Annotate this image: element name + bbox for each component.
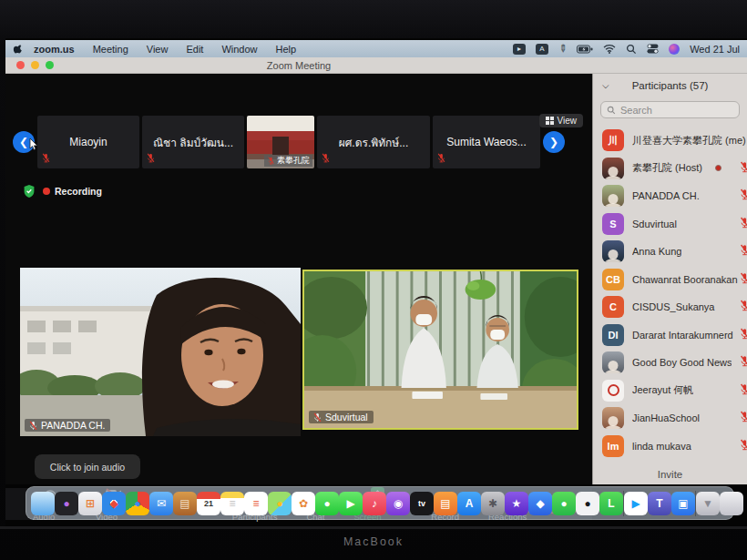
dock-icon-music[interactable]: ♪ [363, 492, 386, 515]
filmstrip-tile[interactable]: ณิชา ลิมป์วัฒน... [142, 116, 244, 168]
input-source-icon[interactable]: A [536, 44, 548, 55]
screen-record-icon[interactable]: ▸ [513, 44, 526, 55]
avatar [602, 351, 624, 373]
photo-avatar-figure [609, 361, 619, 371]
dock-icon-teams[interactable]: T [648, 492, 671, 515]
participant-row[interactable]: CCISDUS_Sukanya [593, 293, 747, 321]
dock-icon-siri[interactable]: ● [55, 492, 78, 515]
menu-bar: zoom.usMeetingViewEditWindowHelp ▸ A ✎ [5, 40, 747, 57]
participant-row[interactable]: JianHuaSchool [593, 404, 747, 433]
join-audio-toast[interactable]: Click to join audio [35, 454, 140, 479]
dock-icon-launchpad[interactable]: ⊞ [78, 492, 102, 515]
participant-row[interactable]: Good Boy Good News [593, 349, 747, 377]
participant-name: Chawanrat Booranakan [632, 274, 738, 285]
dock-icon-app-store[interactable]: A [457, 492, 481, 515]
mic-muted-icon [739, 354, 747, 371]
participant-row[interactable]: lmlinda mukava [593, 433, 747, 461]
participant-row[interactable]: DIDararat Intarakumnerd [593, 321, 747, 350]
dock-icon-youku[interactable]: ▶ [624, 492, 648, 515]
participant-name: Sduvirtual [632, 219, 677, 229]
dock-icon-contacts[interactable]: ▤ [173, 492, 197, 515]
dock-icon-tv[interactable]: tv [410, 492, 434, 515]
view-button[interactable]: View [539, 114, 584, 127]
dock-icon-pc-manager[interactable]: ◆ [528, 492, 552, 515]
mic-muted-icon [739, 243, 747, 260]
search-icon[interactable] [626, 44, 637, 55]
dock-icon-facetime[interactable]: ▶ [339, 492, 363, 515]
menu-items: zoom.usMeetingViewEditWindowHelp [26, 44, 304, 55]
dock-icon-downloads[interactable]: ▼ [696, 492, 720, 515]
video-name-text: PANADDA CH. [41, 420, 105, 431]
participant-row[interactable]: PANADDA CH. [593, 182, 747, 210]
filmstrip-tile[interactable]: ผศ.ดร.พิทักษ์... [317, 116, 430, 168]
dock-icon-line[interactable]: L [599, 492, 623, 515]
wifi-icon[interactable] [603, 44, 616, 54]
apple-menu-icon[interactable] [13, 43, 24, 56]
video-name-text: Sduvirtual [325, 412, 368, 423]
dock-icon-messages[interactable]: ● [315, 492, 339, 515]
participant-row[interactable]: CBChawanrat Booranakan [593, 266, 747, 294]
dock-icon-wechat[interactable]: ● [552, 492, 576, 515]
grid-view-icon [546, 117, 554, 125]
tile-name-label: ผศ.ดร.พิทักษ์... [339, 134, 409, 151]
dock-icon-photos[interactable]: ✿ [292, 492, 315, 515]
filmstrip-tile[interactable]: Miaoyin [37, 116, 139, 168]
siri-icon[interactable] [669, 44, 680, 55]
participant-row[interactable]: SSduvirtual [593, 210, 747, 239]
participant-name: Dararat Intarakumnerd [632, 330, 733, 341]
menu-item-edit[interactable]: Edit [178, 44, 211, 55]
dock-icon-finder[interactable] [31, 492, 55, 515]
menu-item-zoomus[interactable]: zoom.us [26, 44, 83, 55]
device-brand-label: MacBook [0, 526, 747, 557]
menu-item-meeting[interactable]: Meeting [85, 44, 137, 55]
video-tile-sduvirtual[interactable]: Sduvirtual [302, 270, 578, 430]
participant-row[interactable]: 素攀孔院 (Host) [593, 155, 747, 183]
avatar [602, 240, 624, 262]
dock-icon-safari[interactable]: ◆ [102, 492, 126, 515]
dock-icon-tencent-video[interactable]: ★ [505, 492, 528, 515]
menu-item-help[interactable]: Help [268, 44, 305, 55]
participant-name: CISDUS_Sukanya [632, 301, 715, 312]
participant-row[interactable]: Jeerayut 何帆 [593, 377, 747, 405]
filmstrip-tile[interactable]: Sumita Waeos... [433, 116, 540, 168]
video-scene [304, 271, 577, 428]
dock-icon-mail[interactable]: ✉ [149, 492, 173, 515]
video-tile-panadda[interactable]: PANADDA CH. [20, 268, 301, 436]
dock-icon-calendar[interactable]: 21 [197, 492, 220, 515]
avatar [602, 185, 624, 207]
participants-search-input[interactable]: Search [600, 101, 740, 118]
filmstrip-next-button[interactable]: ❯ [543, 131, 565, 153]
dock-icon-podcasts[interactable]: ◉ [386, 492, 410, 515]
participant-row[interactable]: Anna Kung [593, 238, 747, 266]
avatar: S [602, 213, 624, 235]
avatar [602, 380, 624, 402]
mic-muted-icon [146, 150, 156, 167]
chevron-down-icon[interactable]: ⌵ [602, 80, 609, 91]
avatar: DI [602, 324, 624, 346]
menu-item-window[interactable]: Window [213, 44, 265, 55]
mic-muted-icon [739, 327, 747, 343]
dock-icon-reminders[interactable]: ≡ [244, 492, 268, 515]
filmstrip-tile[interactable]: 素攀孔院 [247, 116, 314, 168]
mic-muted-icon [739, 382, 747, 399]
dock-icon-notes[interactable]: ≡ [220, 492, 244, 515]
mouse-cursor [29, 137, 39, 155]
invite-button[interactable]: Invite [593, 469, 747, 480]
logo-ring [608, 384, 619, 396]
pencil-icon[interactable]: ✎ [556, 42, 570, 56]
dock-icon-maps[interactable]: ● [268, 492, 292, 515]
menu-item-view[interactable]: View [138, 44, 177, 55]
dock-icon-books[interactable]: ▤ [434, 492, 457, 515]
menu-clock[interactable]: Wed 21 Jul [690, 44, 740, 55]
participant-row[interactable]: 川川登喜大学素攀孔院 (me) [593, 127, 747, 155]
participants-panel-header: ⌵ Participants (57) [593, 74, 747, 97]
dock-icon-zoom[interactable]: ▣ [671, 492, 695, 515]
dock-icon-system-preferences[interactable]: ✱ [481, 492, 505, 515]
security-shield-icon[interactable] [24, 185, 35, 198]
avatar: 川 [602, 129, 624, 151]
dock-icon-qq[interactable]: ● [576, 492, 599, 515]
control-center-icon[interactable] [647, 44, 659, 54]
dock-icon-trash[interactable] [720, 492, 743, 515]
dock-icon-chrome[interactable]: ● [126, 492, 149, 515]
battery-icon[interactable] [577, 45, 593, 54]
